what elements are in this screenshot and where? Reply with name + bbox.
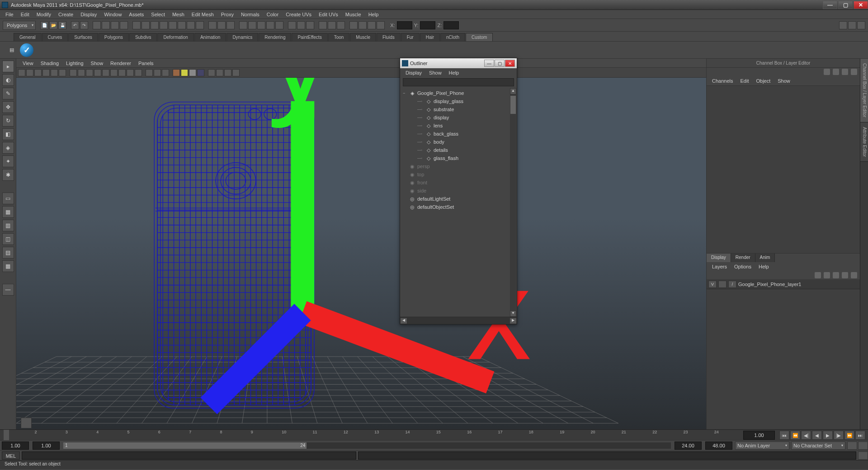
time-slider[interactable]: 123456789101112131415161718192021222324 … [0, 429, 868, 440]
panel-hq-icon[interactable] [135, 69, 142, 76]
move-tool[interactable]: ✥ [2, 101, 14, 113]
panel-bookmark-icon[interactable] [26, 69, 33, 76]
shelf-tab-dynamics[interactable]: Dynamics [226, 33, 258, 41]
outliner-item[interactable]: —◦◇lens [400, 122, 517, 130]
new-scene-icon[interactable]: 📄 [40, 21, 48, 29]
range-track[interactable]: 1 24 [63, 442, 671, 449]
panel-e4-icon[interactable] [197, 69, 204, 76]
panel-e1-icon[interactable] [173, 69, 180, 76]
hq-icon[interactable] [239, 21, 247, 29]
viewport-persp[interactable]: y x [16, 78, 706, 429]
outliner-hscrollbar[interactable]: ◀▶ [400, 317, 517, 324]
shelf-tab-subdivs[interactable]: Subdivs [129, 33, 157, 41]
layer-visibility-toggle[interactable]: V [708, 281, 717, 288]
outliner-item[interactable]: ◉front [400, 179, 517, 187]
outliner-titlebar[interactable]: Outliner — ▢ ✕ [400, 58, 517, 68]
cb-icon2[interactable] [833, 69, 839, 75]
outliner-item[interactable]: ◉persp [400, 162, 517, 170]
menu-normals[interactable]: Normals [237, 11, 263, 18]
layer-menu-options[interactable]: Options [731, 263, 755, 270]
current-frame-field[interactable]: 1.00 [743, 431, 775, 440]
input-abs-icon[interactable] [297, 21, 305, 29]
shelf-tab-rendering[interactable]: Rendering [259, 33, 291, 41]
panel-shadow-icon[interactable] [127, 69, 134, 76]
panel-gate-icon[interactable] [78, 69, 85, 76]
sidebar-toggle2-icon[interactable] [848, 21, 856, 29]
panel-2d-icon[interactable] [42, 69, 50, 76]
redo-icon[interactable]: ↷ [80, 21, 88, 29]
construction4-icon[interactable] [275, 21, 283, 29]
menu-help[interactable]: Help [365, 11, 382, 18]
panel-menu-view[interactable]: View [19, 60, 37, 67]
panel-r2-icon[interactable] [216, 69, 223, 76]
panel-film-icon[interactable] [59, 69, 66, 76]
layout-icon[interactable] [319, 21, 327, 29]
outliner-item[interactable]: —◦◇display [400, 113, 517, 122]
paint-select-tool[interactable]: ✎ [2, 88, 14, 99]
panel-xrayjoint-icon[interactable] [162, 69, 169, 76]
layer-ic3[interactable] [833, 272, 839, 278]
menu-createuvs[interactable]: Create UVs [282, 11, 315, 18]
select-component-icon[interactable] [111, 21, 119, 29]
layout-toggle-icon[interactable]: — [2, 284, 14, 296]
shelf-tab-muscle[interactable]: Muscle [350, 33, 376, 41]
goto-start-button[interactable]: ⏮ [779, 431, 789, 440]
prefs-button[interactable] [858, 442, 868, 450]
display-layer-row[interactable]: V / Google_Pixel_Phone_layer1 [707, 279, 860, 289]
shelf-tab-hair[interactable]: Hair [420, 33, 440, 41]
cmd-mode-label[interactable]: MEL [2, 451, 20, 460]
outliner-tree[interactable]: −◈Google_Pixel_Phone—◦◇display_glass—◦◇s… [400, 87, 517, 317]
panel-xray-icon[interactable] [154, 69, 161, 76]
select-hierarchy-icon[interactable] [93, 21, 101, 29]
layout-hypershade-icon[interactable]: ▦ [2, 260, 14, 272]
layout-two-icon[interactable]: ▥ [2, 220, 14, 231]
panel-e3-icon[interactable] [189, 69, 196, 76]
show2-icon[interactable] [359, 21, 367, 29]
outliner-menu-show[interactable]: Show [425, 69, 445, 76]
viewcube-icon[interactable] [21, 418, 32, 428]
input-mode-icon[interactable] [288, 21, 296, 29]
menu-color[interactable]: Color [263, 11, 282, 18]
shelf-tab-custom[interactable]: Custom [466, 33, 493, 41]
panel-r4-icon[interactable] [232, 69, 240, 76]
layer-ic2[interactable] [824, 272, 830, 278]
shelf-tab-surfaces[interactable]: Surfaces [68, 33, 98, 41]
shelf-tab-ncloth[interactable]: nCloth [440, 33, 465, 41]
construction-icon[interactable] [248, 21, 256, 29]
outliner-item[interactable]: —◦◇substrate [400, 105, 517, 113]
shelf-tab-fur[interactable]: Fur [401, 33, 420, 41]
show-icon[interactable] [349, 21, 358, 29]
cb-icon1[interactable] [824, 69, 830, 75]
cb-icon3[interactable] [842, 69, 848, 75]
layer-tab-render[interactable]: Render [731, 254, 755, 262]
shelf-tab-animation[interactable]: Animation [194, 33, 226, 41]
layer-tab-display[interactable]: Display [707, 254, 731, 262]
render-settings-icon[interactable] [226, 21, 235, 29]
outliner-item[interactable]: ◉top [400, 170, 517, 179]
side-tab-channelbox[interactable]: Channel Box / Layer Editor [860, 59, 868, 122]
outliner-item[interactable]: ◉side [400, 187, 517, 195]
menu-editmesh[interactable]: Edit Mesh [188, 11, 217, 18]
panel-menu-shading[interactable]: Shading [37, 60, 62, 67]
panel-grid-icon[interactable] [51, 69, 58, 76]
coord-z-field[interactable] [443, 21, 459, 29]
ipr-icon[interactable] [217, 21, 226, 29]
panel-r3-icon[interactable] [224, 69, 231, 76]
anim-layer-select[interactable]: No Anim Layer [735, 442, 789, 450]
shelf-menu-icon[interactable]: ▤ [7, 43, 16, 57]
open-scene-icon[interactable]: 📂 [49, 21, 57, 29]
layer-tab-anim[interactable]: Anim [755, 254, 775, 262]
snap-grid-icon[interactable] [132, 21, 141, 29]
shelf-tab-fluids[interactable]: Fluids [377, 33, 401, 41]
outliner-search-input[interactable] [403, 78, 514, 86]
range-start-field[interactable]: 1.00 [2, 442, 29, 450]
history-off-icon[interactable] [196, 21, 204, 29]
play-forward-button[interactable]: ▶ [823, 431, 833, 440]
soft-mod-tool[interactable]: ✦ [2, 155, 14, 167]
construction3-icon[interactable] [266, 21, 274, 29]
panel-camera-icon[interactable] [18, 69, 25, 76]
time-ruler[interactable]: 123456789101112131415161718192021222324 [0, 430, 741, 440]
layout2-icon[interactable] [328, 21, 336, 29]
outliner-menu-display[interactable]: Display [402, 69, 425, 76]
shelf-tab-curves[interactable]: Curves [42, 33, 68, 41]
